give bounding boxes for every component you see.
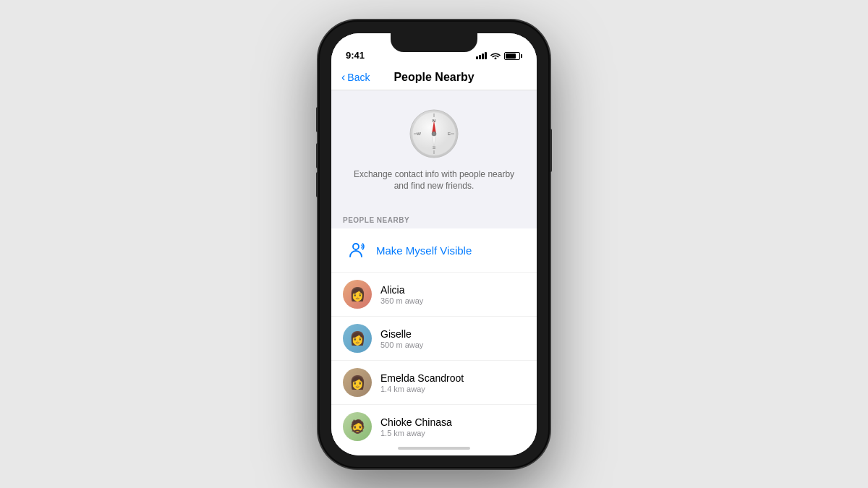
- make-visible-text: Make Myself Visible: [376, 244, 472, 257]
- compass-icon: N S E W: [408, 108, 460, 160]
- wifi-icon: [490, 51, 501, 61]
- person-info: Chioke Chinasa 1.5 km away: [380, 416, 525, 437]
- person-info: Emelda Scandroot 1.4 km away: [380, 372, 525, 393]
- list-item[interactable]: 👩 Emelda Scandroot 1.4 km away: [331, 361, 537, 405]
- person-info: Alicia 360 m away: [380, 284, 525, 305]
- status-time: 9:41: [346, 50, 365, 61]
- back-label: Back: [347, 72, 370, 83]
- person-info: Giselle 500 m away: [380, 328, 525, 349]
- home-indicator: [331, 441, 537, 455]
- avatar: 👩: [343, 280, 372, 309]
- people-nearby-section-header: PEOPLE NEARBY: [331, 207, 537, 228]
- people-list: Make Myself Visible 👩 Alicia 360 m away …: [331, 228, 537, 440]
- avatar: 👩: [343, 324, 372, 353]
- svg-point-12: [432, 132, 436, 136]
- avatar: 👩: [343, 368, 372, 397]
- nav-bar: ‹ Back People Nearby: [331, 65, 537, 90]
- hero-description: Exchange contact info with people nearby…: [354, 168, 514, 193]
- person-wave-icon: [343, 237, 369, 263]
- svg-text:E: E: [448, 132, 451, 136]
- avatar: 🧔: [343, 412, 372, 440]
- scroll-content[interactable]: N S E W: [331, 90, 537, 441]
- back-chevron-icon: ‹: [341, 71, 345, 84]
- people-nearby-label: PEOPLE NEARBY: [343, 216, 409, 224]
- person-name: Giselle: [380, 328, 525, 340]
- list-item[interactable]: 👩 Alicia 360 m away: [331, 273, 537, 317]
- back-button[interactable]: ‹ Back: [341, 71, 370, 84]
- person-name: Emelda Scandroot: [380, 372, 525, 384]
- phone-screen: 9:41: [331, 33, 537, 455]
- home-bar: [398, 447, 470, 450]
- list-item[interactable]: 👩 Giselle 500 m away: [331, 317, 537, 361]
- make-visible-item[interactable]: Make Myself Visible: [331, 228, 537, 273]
- battery-icon: [504, 52, 522, 60]
- svg-point-13: [353, 244, 359, 249]
- list-item[interactable]: 🧔 Chioke Chinasa 1.5 km away: [331, 405, 537, 440]
- person-distance: 1.4 km away: [380, 385, 525, 393]
- signal-bars-icon: [476, 52, 487, 59]
- hero-section: N S E W: [331, 90, 537, 207]
- phone-wrapper: 9:41: [318, 20, 550, 468]
- svg-text:W: W: [417, 132, 421, 136]
- nav-title: People Nearby: [393, 71, 474, 84]
- notch: [391, 33, 477, 52]
- status-icons: [476, 51, 522, 61]
- person-name: Alicia: [380, 284, 525, 296]
- person-name: Chioke Chinasa: [380, 416, 525, 428]
- person-distance: 360 m away: [380, 296, 525, 305]
- person-distance: 500 m away: [380, 341, 525, 349]
- person-distance: 1.5 km away: [380, 429, 525, 437]
